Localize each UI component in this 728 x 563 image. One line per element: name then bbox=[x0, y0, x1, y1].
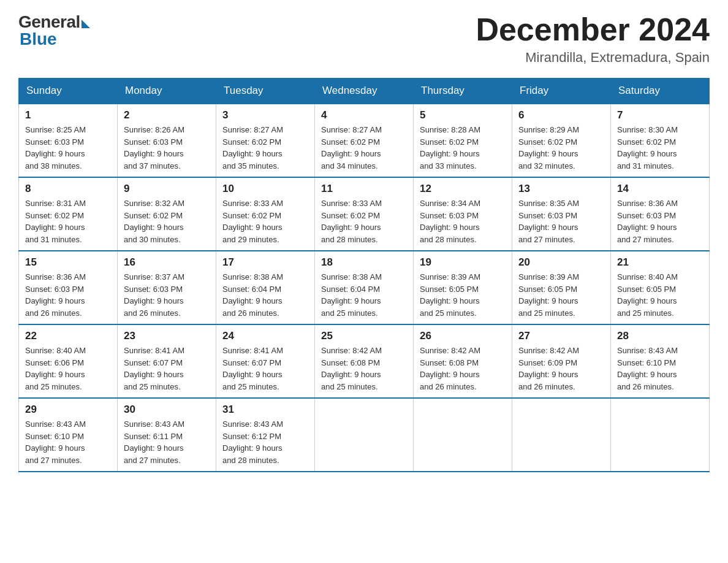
calendar-header-cell: Friday bbox=[512, 79, 611, 104]
day-info: Sunrise: 8:42 AMSunset: 6:08 PMDaylight:… bbox=[420, 345, 506, 393]
calendar-header-row: SundayMondayTuesdayWednesdayThursdayFrid… bbox=[19, 79, 710, 104]
day-number: 30 bbox=[124, 404, 210, 416]
day-info: Sunrise: 8:43 AMSunset: 6:10 PMDaylight:… bbox=[25, 418, 111, 466]
day-number: 27 bbox=[518, 330, 604, 342]
calendar-day-cell: 12Sunrise: 8:34 AMSunset: 6:03 PMDayligh… bbox=[414, 177, 512, 251]
day-number: 17 bbox=[222, 256, 308, 269]
day-info: Sunrise: 8:32 AMSunset: 6:02 PMDaylight:… bbox=[124, 197, 210, 245]
month-year-title: December 2024 bbox=[476, 12, 710, 47]
calendar-header-cell: Thursday bbox=[414, 79, 512, 104]
day-number: 1 bbox=[25, 109, 111, 121]
day-number: 23 bbox=[124, 330, 210, 342]
day-info: Sunrise: 8:33 AMSunset: 6:02 PMDaylight:… bbox=[222, 197, 308, 245]
day-number: 22 bbox=[25, 330, 111, 342]
day-info: Sunrise: 8:26 AMSunset: 6:03 PMDaylight:… bbox=[124, 124, 210, 172]
calendar-day-cell: 15Sunrise: 8:36 AMSunset: 6:03 PMDayligh… bbox=[19, 251, 118, 324]
calendar-day-cell: 27Sunrise: 8:42 AMSunset: 6:09 PMDayligh… bbox=[512, 324, 611, 398]
day-number: 5 bbox=[420, 109, 506, 121]
calendar-day-cell: 11Sunrise: 8:33 AMSunset: 6:02 PMDayligh… bbox=[315, 177, 414, 251]
day-number: 16 bbox=[124, 256, 210, 269]
day-number: 11 bbox=[321, 183, 407, 195]
day-info: Sunrise: 8:35 AMSunset: 6:03 PMDaylight:… bbox=[518, 197, 604, 245]
day-info: Sunrise: 8:41 AMSunset: 6:07 PMDaylight:… bbox=[222, 345, 308, 393]
calendar-day-cell: 6Sunrise: 8:29 AMSunset: 6:02 PMDaylight… bbox=[512, 104, 611, 177]
day-info: Sunrise: 8:41 AMSunset: 6:07 PMDaylight:… bbox=[124, 345, 210, 393]
day-number: 29 bbox=[25, 404, 111, 416]
calendar-table: SundayMondayTuesdayWednesdayThursdayFrid… bbox=[18, 78, 710, 472]
day-number: 31 bbox=[222, 404, 308, 416]
day-info: Sunrise: 8:40 AMSunset: 6:05 PMDaylight:… bbox=[617, 271, 703, 319]
day-info: Sunrise: 8:36 AMSunset: 6:03 PMDaylight:… bbox=[25, 271, 111, 319]
calendar-day-cell: 1Sunrise: 8:25 AMSunset: 6:03 PMDaylight… bbox=[19, 104, 118, 177]
day-info: Sunrise: 8:34 AMSunset: 6:03 PMDaylight:… bbox=[420, 197, 506, 245]
calendar-day-cell: 3Sunrise: 8:27 AMSunset: 6:02 PMDaylight… bbox=[216, 104, 315, 177]
calendar-day-cell: 7Sunrise: 8:30 AMSunset: 6:02 PMDaylight… bbox=[611, 104, 710, 177]
calendar-week-row: 15Sunrise: 8:36 AMSunset: 6:03 PMDayligh… bbox=[19, 251, 710, 324]
calendar-day-cell: 10Sunrise: 8:33 AMSunset: 6:02 PMDayligh… bbox=[216, 177, 315, 251]
location-text: Mirandilla, Extremadura, Spain bbox=[476, 50, 710, 66]
day-number: 3 bbox=[222, 109, 308, 121]
calendar-day-cell: 18Sunrise: 8:38 AMSunset: 6:04 PMDayligh… bbox=[315, 251, 414, 324]
day-info: Sunrise: 8:31 AMSunset: 6:02 PMDaylight:… bbox=[25, 197, 111, 245]
day-info: Sunrise: 8:37 AMSunset: 6:03 PMDaylight:… bbox=[124, 271, 210, 319]
day-number: 19 bbox=[420, 256, 506, 269]
day-number: 7 bbox=[617, 109, 703, 121]
day-info: Sunrise: 8:43 AMSunset: 6:11 PMDaylight:… bbox=[124, 418, 210, 466]
calendar-day-cell: 22Sunrise: 8:40 AMSunset: 6:06 PMDayligh… bbox=[19, 324, 118, 398]
logo-arrow-icon bbox=[82, 20, 90, 28]
day-number: 21 bbox=[617, 256, 703, 269]
day-number: 14 bbox=[617, 183, 703, 195]
calendar-day-cell: 21Sunrise: 8:40 AMSunset: 6:05 PMDayligh… bbox=[611, 251, 710, 324]
calendar-header-cell: Monday bbox=[118, 79, 216, 104]
day-number: 9 bbox=[124, 183, 210, 195]
calendar-day-cell: 5Sunrise: 8:28 AMSunset: 6:02 PMDaylight… bbox=[414, 104, 512, 177]
day-number: 15 bbox=[25, 256, 111, 269]
page-header: General Blue December 2024 Mirandilla, E… bbox=[18, 12, 710, 66]
calendar-day-cell: 25Sunrise: 8:42 AMSunset: 6:08 PMDayligh… bbox=[315, 324, 414, 398]
calendar-day-cell: 4Sunrise: 8:27 AMSunset: 6:02 PMDaylight… bbox=[315, 104, 414, 177]
calendar-day-cell: 8Sunrise: 8:31 AMSunset: 6:02 PMDaylight… bbox=[19, 177, 118, 251]
day-number: 4 bbox=[321, 109, 407, 121]
day-info: Sunrise: 8:33 AMSunset: 6:02 PMDaylight:… bbox=[321, 197, 407, 245]
logo: General Blue bbox=[18, 12, 90, 49]
day-info: Sunrise: 8:38 AMSunset: 6:04 PMDaylight:… bbox=[321, 271, 407, 319]
day-number: 24 bbox=[222, 330, 308, 342]
day-info: Sunrise: 8:27 AMSunset: 6:02 PMDaylight:… bbox=[222, 124, 308, 172]
calendar-header-cell: Wednesday bbox=[315, 79, 414, 104]
calendar-day-cell: 20Sunrise: 8:39 AMSunset: 6:05 PMDayligh… bbox=[512, 251, 611, 324]
day-info: Sunrise: 8:42 AMSunset: 6:08 PMDaylight:… bbox=[321, 345, 407, 393]
day-info: Sunrise: 8:43 AMSunset: 6:10 PMDaylight:… bbox=[617, 345, 703, 393]
day-info: Sunrise: 8:25 AMSunset: 6:03 PMDaylight:… bbox=[25, 124, 111, 172]
calendar-week-row: 29Sunrise: 8:43 AMSunset: 6:10 PMDayligh… bbox=[19, 398, 710, 472]
calendar-day-cell: 16Sunrise: 8:37 AMSunset: 6:03 PMDayligh… bbox=[118, 251, 216, 324]
calendar-body: 1Sunrise: 8:25 AMSunset: 6:03 PMDaylight… bbox=[19, 104, 710, 472]
calendar-day-cell: 9Sunrise: 8:32 AMSunset: 6:02 PMDaylight… bbox=[118, 177, 216, 251]
calendar-week-row: 8Sunrise: 8:31 AMSunset: 6:02 PMDaylight… bbox=[19, 177, 710, 251]
day-info: Sunrise: 8:29 AMSunset: 6:02 PMDaylight:… bbox=[518, 124, 604, 172]
day-info: Sunrise: 8:40 AMSunset: 6:06 PMDaylight:… bbox=[25, 345, 111, 393]
day-info: Sunrise: 8:28 AMSunset: 6:02 PMDaylight:… bbox=[420, 124, 506, 172]
calendar-day-cell: 29Sunrise: 8:43 AMSunset: 6:10 PMDayligh… bbox=[19, 398, 118, 472]
calendar-week-row: 1Sunrise: 8:25 AMSunset: 6:03 PMDaylight… bbox=[19, 104, 710, 177]
calendar-day-cell: 17Sunrise: 8:38 AMSunset: 6:04 PMDayligh… bbox=[216, 251, 315, 324]
day-number: 10 bbox=[222, 183, 308, 195]
title-section: December 2024 Mirandilla, Extremadura, S… bbox=[476, 12, 710, 66]
day-info: Sunrise: 8:42 AMSunset: 6:09 PMDaylight:… bbox=[518, 345, 604, 393]
calendar-header-cell: Saturday bbox=[611, 79, 710, 104]
calendar-day-cell bbox=[315, 398, 414, 472]
day-number: 25 bbox=[321, 330, 407, 342]
day-info: Sunrise: 8:36 AMSunset: 6:03 PMDaylight:… bbox=[617, 197, 703, 245]
calendar-day-cell: 14Sunrise: 8:36 AMSunset: 6:03 PMDayligh… bbox=[611, 177, 710, 251]
day-number: 12 bbox=[420, 183, 506, 195]
calendar-day-cell: 2Sunrise: 8:26 AMSunset: 6:03 PMDaylight… bbox=[118, 104, 216, 177]
logo-blue-text: Blue bbox=[20, 29, 57, 49]
day-info: Sunrise: 8:39 AMSunset: 6:05 PMDaylight:… bbox=[518, 271, 604, 319]
day-number: 18 bbox=[321, 256, 407, 269]
calendar-day-cell: 26Sunrise: 8:42 AMSunset: 6:08 PMDayligh… bbox=[414, 324, 512, 398]
day-number: 26 bbox=[420, 330, 506, 342]
calendar-day-cell bbox=[611, 398, 710, 472]
calendar-header-cell: Sunday bbox=[19, 79, 118, 104]
day-number: 20 bbox=[518, 256, 604, 269]
day-info: Sunrise: 8:27 AMSunset: 6:02 PMDaylight:… bbox=[321, 124, 407, 172]
calendar-day-cell bbox=[512, 398, 611, 472]
